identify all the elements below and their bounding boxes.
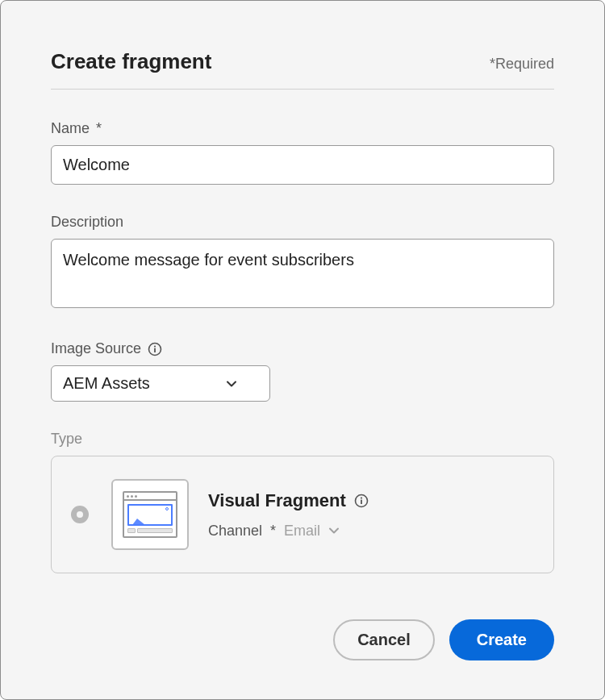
create-button[interactable]: Create — [449, 619, 554, 660]
name-input[interactable] — [51, 145, 554, 185]
description-input[interactable]: Welcome message for event subscribers — [51, 239, 554, 308]
info-icon[interactable] — [354, 494, 369, 508]
image-source-value: AEM Assets — [63, 374, 150, 393]
channel-required-marker: * — [270, 523, 276, 540]
svg-point-4 — [361, 497, 362, 498]
name-required-marker: * — [96, 120, 102, 137]
image-source-label: Image Source — [51, 340, 554, 357]
svg-point-1 — [154, 345, 156, 347]
info-icon[interactable] — [148, 342, 162, 356]
channel-label: Channel — [208, 523, 262, 540]
dialog-footer: Cancel Create — [51, 619, 554, 660]
name-field-group: Name * — [51, 120, 554, 185]
required-note: *Required — [490, 56, 554, 73]
name-label: Name * — [51, 120, 554, 137]
description-field-group: Description Welcome message for event su… — [51, 214, 554, 311]
description-label: Description — [51, 214, 554, 231]
header-divider — [51, 89, 554, 90]
svg-rect-5 — [361, 499, 362, 503]
channel-value: Email — [284, 523, 320, 540]
name-label-text: Name — [51, 120, 90, 137]
type-field-group: Type Visual Fragment — [51, 431, 554, 573]
type-option-visual-fragment[interactable]: Visual Fragment Channel * Email — [51, 456, 554, 573]
type-option-info: Visual Fragment Channel * Email — [208, 490, 369, 540]
channel-select[interactable]: Email — [284, 523, 340, 540]
image-source-select[interactable]: AEM Assets — [51, 365, 270, 402]
image-source-label-text: Image Source — [51, 340, 141, 357]
svg-rect-2 — [154, 348, 156, 352]
type-option-title: Visual Fragment — [208, 490, 346, 511]
type-label-text: Type — [51, 431, 82, 448]
dialog-header: Create fragment *Required — [51, 49, 554, 74]
visual-fragment-thumbnail — [111, 479, 189, 550]
image-source-field-group: Image Source AEM Assets — [51, 340, 554, 402]
cancel-button[interactable]: Cancel — [333, 619, 435, 660]
dialog-title: Create fragment — [51, 49, 211, 74]
create-fragment-dialog: Create fragment *Required Name * Descrip… — [0, 0, 605, 700]
chevron-down-icon — [226, 378, 237, 390]
channel-row: Channel * Email — [208, 523, 369, 540]
type-label: Type — [51, 431, 554, 448]
chevron-down-icon — [328, 525, 340, 536]
type-radio[interactable] — [71, 506, 89, 523]
description-label-text: Description — [51, 214, 123, 231]
